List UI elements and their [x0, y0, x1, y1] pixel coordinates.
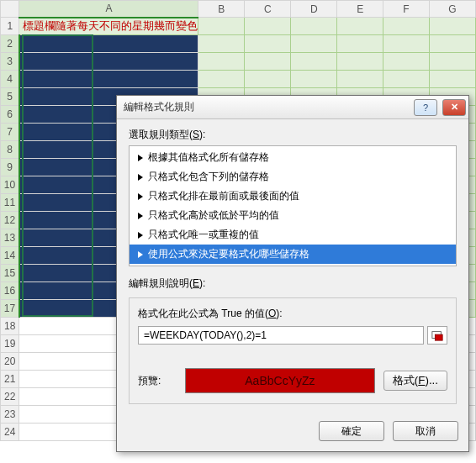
- row-header-15[interactable]: 15: [1, 265, 19, 282]
- cell-F3[interactable]: [383, 53, 430, 71]
- cell-G2[interactable]: [429, 35, 475, 53]
- row-header-5[interactable]: 5: [1, 88, 19, 106]
- col-header-E[interactable]: E: [337, 1, 383, 18]
- row-header-19[interactable]: 19: [1, 335, 19, 353]
- row-header-22[interactable]: 22: [1, 388, 19, 406]
- collapse-dialog-icon: [431, 329, 443, 341]
- row-header-10[interactable]: 10: [1, 176, 19, 194]
- formula-label: 格式化在此公式為 True 的值(O):: [138, 307, 447, 321]
- cell-A3[interactable]: [19, 53, 198, 71]
- dialog-titlebar[interactable]: 編輯格式化規則 ? ✕: [117, 96, 468, 119]
- triangle-icon: [138, 251, 143, 258]
- triangle-icon: [138, 193, 143, 200]
- cell-F1[interactable]: [383, 18, 430, 35]
- cell-E2[interactable]: [337, 35, 383, 53]
- help-button[interactable]: ?: [414, 99, 437, 116]
- cell-F2[interactable]: [383, 35, 430, 53]
- row-header-4[interactable]: 4: [1, 71, 19, 88]
- cell-E4[interactable]: [337, 71, 383, 88]
- cell-C3[interactable]: [245, 53, 291, 71]
- cell-A1[interactable]: 標題欄隨著每天不同的星期幾而變色: [19, 18, 198, 35]
- rule-type-option[interactable]: 只格式化唯一或重複的值: [130, 225, 456, 245]
- cell-E1[interactable]: [337, 18, 383, 35]
- row-header-3[interactable]: 3: [1, 53, 19, 71]
- triangle-icon: [138, 155, 143, 161]
- col-header-F[interactable]: F: [383, 1, 430, 18]
- triangle-icon: [138, 174, 143, 181]
- rule-type-list[interactable]: 根據其值格式化所有儲存格只格式化包含下列的儲存格只格式化排在最前面或最後面的值只…: [129, 145, 457, 266]
- row-header-20[interactable]: 20: [1, 353, 19, 371]
- dialog-title: 編輯格式化規則: [124, 100, 411, 114]
- row-header-24[interactable]: 24: [1, 424, 19, 441]
- col-header-C[interactable]: C: [245, 1, 291, 18]
- cell-C4[interactable]: [245, 71, 291, 88]
- cell-B3[interactable]: [198, 53, 245, 71]
- rule-type-option[interactable]: 只格式化包含下列的儲存格: [130, 167, 456, 187]
- cell-E3[interactable]: [337, 53, 383, 71]
- formula-input[interactable]: [138, 326, 424, 345]
- row-header-6[interactable]: 6: [1, 106, 19, 124]
- cell-B4[interactable]: [198, 71, 245, 88]
- row-header-11[interactable]: 11: [1, 194, 19, 212]
- col-header-A[interactable]: A: [19, 1, 198, 18]
- cell-D2[interactable]: [291, 35, 337, 53]
- row-header-2[interactable]: 2: [1, 35, 19, 53]
- rule-type-option[interactable]: 只格式化高於或低於平均的值: [130, 206, 456, 225]
- col-header-B[interactable]: B: [198, 1, 245, 18]
- ok-button[interactable]: 確定: [319, 421, 384, 441]
- cell-D1[interactable]: [291, 18, 337, 35]
- row-header-12[interactable]: 12: [1, 212, 19, 229]
- cell-B1[interactable]: [198, 18, 245, 35]
- cell-D4[interactable]: [291, 71, 337, 88]
- cell-C2[interactable]: [245, 35, 291, 53]
- cancel-button[interactable]: 取消: [393, 421, 458, 441]
- cell-F4[interactable]: [383, 71, 430, 88]
- range-selector-button[interactable]: [427, 326, 447, 345]
- select-all-corner[interactable]: [1, 1, 19, 18]
- row-header-7[interactable]: 7: [1, 124, 19, 141]
- edit-rule-desc-label: 編輯規則說明(E):: [129, 276, 457, 291]
- rule-type-option[interactable]: 只格式化排在最前面或最後面的值: [130, 187, 456, 206]
- cell-B2[interactable]: [198, 35, 245, 53]
- row-header-17[interactable]: 17: [1, 300, 19, 318]
- edit-formatting-rule-dialog: 編輯格式化規則 ? ✕ 選取規則類型(S): 根據其值格式化所有儲存格只格式化包…: [116, 95, 469, 452]
- row-header-1[interactable]: 1: [1, 18, 19, 35]
- cell-G4[interactable]: [429, 71, 475, 88]
- row-header-8[interactable]: 8: [1, 141, 19, 159]
- cell-G1[interactable]: [429, 18, 475, 35]
- row-header-13[interactable]: 13: [1, 229, 19, 247]
- triangle-icon: [138, 232, 143, 239]
- cell-A4[interactable]: [19, 71, 198, 88]
- format-button[interactable]: 格式(F)...: [383, 371, 447, 391]
- close-icon: ✕: [451, 102, 458, 113]
- rule-edit-fieldset: 格式化在此公式為 True 的值(O): 預覽: AaBbCcYyZz 格式(F…: [129, 297, 457, 404]
- col-header-D[interactable]: D: [291, 1, 337, 18]
- rule-type-option[interactable]: 使用公式來決定要格式化哪些儲存格: [130, 245, 456, 264]
- row-header-9[interactable]: 9: [1, 159, 19, 176]
- cell-G3[interactable]: [429, 53, 475, 71]
- cell-D3[interactable]: [291, 53, 337, 71]
- cell-A2[interactable]: [19, 35, 198, 53]
- row-header-18[interactable]: 18: [1, 318, 19, 335]
- row-header-23[interactable]: 23: [1, 406, 19, 424]
- col-header-G[interactable]: G: [429, 1, 475, 18]
- select-rule-type-label: 選取規則類型(S):: [129, 128, 457, 142]
- cell-C1[interactable]: [245, 18, 291, 35]
- preview-label: 預覽:: [138, 374, 177, 388]
- format-preview: AaBbCcYyZz: [185, 368, 375, 393]
- triangle-icon: [138, 213, 143, 219]
- help-icon: ?: [423, 103, 428, 113]
- row-header-16[interactable]: 16: [1, 282, 19, 300]
- row-header-21[interactable]: 21: [1, 371, 19, 388]
- row-header-14[interactable]: 14: [1, 247, 19, 265]
- svg-rect-1: [435, 334, 442, 340]
- rule-type-option[interactable]: 根據其值格式化所有儲存格: [130, 148, 456, 167]
- close-button[interactable]: ✕: [442, 99, 466, 116]
